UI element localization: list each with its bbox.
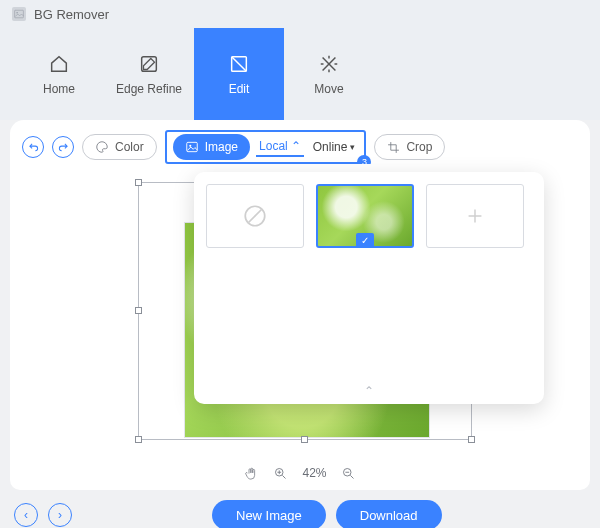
resize-handle[interactable] — [468, 436, 475, 443]
image-picker-popover: ✓ ⌃ — [194, 172, 544, 404]
edge-refine-icon — [138, 53, 160, 75]
color-button[interactable]: Color — [82, 134, 157, 160]
nav-edge-refine[interactable]: Edge Refine — [104, 28, 194, 120]
pan-button[interactable] — [244, 466, 259, 481]
crop-icon — [387, 141, 400, 154]
nav-move-label: Move — [314, 82, 343, 96]
zoom-value: 42% — [302, 466, 326, 480]
hand-icon — [244, 466, 259, 481]
nav-edge-label: Edge Refine — [116, 82, 182, 96]
resize-handle[interactable] — [135, 436, 142, 443]
app-icon — [12, 7, 26, 21]
svg-rect-4 — [186, 142, 197, 151]
chevron-left-icon: ‹ — [24, 508, 28, 522]
canvas[interactable]: ✓ ⌃ — [10, 164, 590, 456]
zoom-bar: 42% — [10, 456, 590, 490]
prev-button[interactable]: ‹ — [14, 503, 38, 527]
image-icon — [185, 140, 199, 154]
image-source-group: Image Local ⌃ Online ▾ 3 — [165, 130, 367, 164]
image-button[interactable]: Image — [173, 134, 250, 160]
source-local-label: Local — [259, 139, 288, 153]
thumb-selected[interactable]: ✓ — [316, 184, 414, 248]
nav-home[interactable]: Home — [14, 28, 104, 120]
download-button[interactable]: Download — [336, 500, 442, 528]
svg-rect-0 — [15, 10, 24, 18]
move-icon — [318, 53, 340, 75]
redo-icon — [58, 142, 69, 153]
source-online-label: Online — [313, 140, 348, 154]
app-title: BG Remover — [34, 7, 109, 22]
new-image-button[interactable]: New Image — [212, 500, 326, 528]
crop-button[interactable]: Crop — [374, 134, 445, 160]
source-online-tab[interactable]: Online ▾ — [310, 138, 359, 156]
color-label: Color — [115, 140, 144, 154]
nav-home-label: Home — [43, 82, 75, 96]
palette-icon — [95, 140, 109, 154]
undo-button[interactable] — [22, 136, 44, 158]
zoom-out-icon — [341, 466, 356, 481]
resize-handle[interactable] — [135, 179, 142, 186]
zoom-out-button[interactable] — [341, 466, 356, 481]
thumb-add[interactable] — [426, 184, 524, 248]
crop-label: Crop — [406, 140, 432, 154]
nav-edit-label: Edit — [229, 82, 250, 96]
footer: ‹ › New Image Download — [0, 490, 600, 528]
image-label: Image — [205, 140, 238, 154]
nav-move[interactable]: Move — [284, 28, 374, 120]
resize-handle[interactable] — [135, 307, 142, 314]
plus-icon — [464, 205, 486, 227]
check-icon: ✓ — [356, 233, 374, 247]
redo-button[interactable] — [52, 136, 74, 158]
nav-edit[interactable]: Edit — [194, 28, 284, 120]
thumb-none[interactable] — [206, 184, 304, 248]
resize-handle[interactable] — [301, 436, 308, 443]
title-bar: BG Remover — [0, 0, 600, 28]
chevron-up-icon: ⌃ — [291, 139, 301, 153]
popover-collapse[interactable]: ⌃ — [364, 384, 374, 398]
toolbar: Color Image Local ⌃ Online ▾ 3 Crop — [10, 120, 590, 164]
chevron-down-icon: ▾ — [350, 142, 355, 152]
source-local-tab[interactable]: Local ⌃ — [256, 137, 304, 157]
home-icon — [48, 53, 70, 75]
svg-point-1 — [16, 12, 18, 14]
none-icon — [242, 203, 268, 229]
undo-icon — [28, 142, 39, 153]
zoom-in-icon — [273, 466, 288, 481]
top-nav: Home Edge Refine Edit Move — [0, 28, 600, 120]
next-button[interactable]: › — [48, 503, 72, 527]
zoom-in-button[interactable] — [273, 466, 288, 481]
edit-icon — [228, 53, 250, 75]
chevron-right-icon: › — [58, 508, 62, 522]
